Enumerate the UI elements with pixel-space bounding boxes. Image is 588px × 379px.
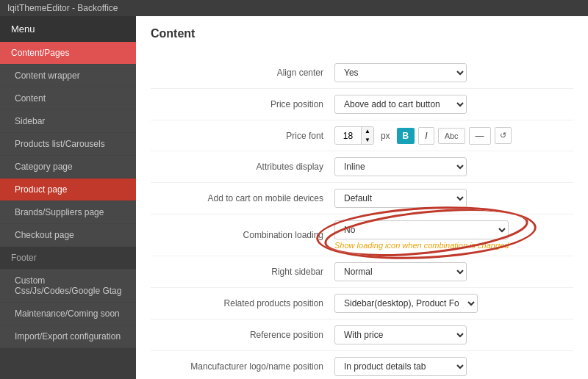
title-text: IqitThemeEditor - Backoffice: [7, 3, 118, 13]
field-right-sidebar: Right sidebar Normal Fixed: [151, 256, 573, 288]
control-attributes-display: Inline Block: [334, 157, 573, 176]
sidebar-item-product-page[interactable]: Product page: [0, 178, 136, 201]
sidebar-item-checkout-page[interactable]: Checkout page: [0, 224, 136, 247]
field-align-center: Align center Yes No: [151, 57, 573, 89]
label-price-position: Price position: [151, 99, 334, 109]
label-price-font: Price font: [151, 131, 334, 141]
field-manufacturer-logo: Mancufacturer logo/name position In prod…: [151, 351, 573, 379]
label-related-products: Related products position: [151, 298, 334, 308]
font-bold-button[interactable]: B: [397, 128, 415, 144]
control-manufacturer-logo: In product details tab Above tabs: [334, 357, 573, 376]
title-bar: IqitThemeEditor - Backoffice: [0, 0, 588, 16]
control-reference-position: With price Below title: [334, 325, 573, 344]
control-related-products: Sidebar(desktop), Product Fo: [334, 294, 573, 313]
sidebar-item-import-export[interactable]: Import/Export configuration: [0, 325, 136, 348]
font-unit: px: [381, 131, 390, 141]
content-area: Content Align center Yes No Price positi…: [136, 16, 588, 379]
sidebar-item-content-pages[interactable]: Content/Pages: [0, 42, 136, 65]
label-right-sidebar: Right sidebar: [151, 267, 334, 277]
label-combination-loading: Combination loading: [151, 230, 334, 240]
font-dash-button[interactable]: —: [469, 127, 491, 145]
select-price-position[interactable]: Above add to cart button Below add to ca…: [334, 95, 467, 114]
select-manufacturer-logo[interactable]: In product details tab Above tabs: [334, 357, 467, 376]
font-size-up[interactable]: ▲: [362, 127, 373, 136]
sidebar: Menu Content/Pages Content wrapper Conte…: [0, 16, 136, 379]
sidebar-item-products-list[interactable]: Products list/Carousels: [0, 133, 136, 156]
sidebar-item-sidebar[interactable]: Sidebar: [0, 110, 136, 133]
sidebar-item-maintenance[interactable]: Maintenance/Coming soon: [0, 303, 136, 325]
sidebar-menu-header: Menu: [0, 16, 136, 42]
field-related-products: Related products position Sidebar(deskto…: [151, 288, 573, 320]
sidebar-item-content-wrapper[interactable]: Content wrapper: [0, 65, 136, 87]
label-attributes-display: Attributes display: [151, 162, 334, 172]
select-attributes-display[interactable]: Inline Block: [334, 157, 467, 176]
price-font-controls: ▲ ▼ px B I Abc — ↺: [334, 126, 512, 145]
sidebar-item-category-page[interactable]: Category page: [0, 156, 136, 178]
select-add-to-cart-mobile[interactable]: Default Fixed: [334, 189, 467, 208]
sidebar-item-content[interactable]: Content: [0, 87, 136, 110]
select-align-center[interactable]: Yes No: [334, 63, 467, 82]
font-abc-button[interactable]: Abc: [438, 128, 465, 144]
field-reference-position: Reference position With price Below titl…: [151, 320, 573, 351]
label-add-to-cart-mobile: Add to cart on mobile devices: [151, 193, 334, 203]
label-reference-position: Reference position: [151, 330, 334, 340]
field-price-position: Price position Above add to cart button …: [151, 89, 573, 120]
content-title: Content: [151, 27, 573, 46]
font-size-down[interactable]: ▼: [362, 136, 373, 145]
control-right-sidebar: Normal Fixed: [334, 262, 573, 281]
select-related-products[interactable]: Sidebar(desktop), Product Fo: [334, 294, 478, 313]
field-add-to-cart-mobile: Add to cart on mobile devices Default Fi…: [151, 183, 573, 214]
font-size-spinners: ▲ ▼: [361, 127, 373, 144]
control-price-position: Above add to cart button Below add to ca…: [334, 95, 573, 114]
sidebar-footer-header: Footer: [0, 247, 136, 270]
label-manufacturer-logo: Mancufacturer logo/name position: [151, 361, 334, 372]
select-reference-position[interactable]: With price Below title: [334, 325, 467, 344]
combination-hint: Show loading icon when combination is ch…: [334, 241, 509, 250]
control-combination-loading: No Yes Show loading icon when combinatio…: [334, 220, 573, 250]
label-align-center: Align center: [151, 68, 334, 78]
select-right-sidebar[interactable]: Normal Fixed: [334, 262, 467, 281]
combination-wrapper: No Yes Show loading icon when combinatio…: [334, 220, 509, 250]
field-price-font: Price font ▲ ▼ px B I Abc — ↺: [151, 120, 573, 151]
control-align-center: Yes No: [334, 63, 573, 82]
font-size-input: ▲ ▼: [334, 126, 374, 145]
control-price-font: ▲ ▼ px B I Abc — ↺: [334, 126, 573, 145]
font-italic-button[interactable]: I: [418, 127, 434, 145]
control-add-to-cart-mobile: Default Fixed: [334, 189, 573, 208]
sidebar-item-custom-css[interactable]: Custom Css/Js/Codes/Google Gtag: [0, 270, 136, 303]
sidebar-item-brands-suppliers[interactable]: Brands/Suppliers page: [0, 201, 136, 224]
field-attributes-display: Attributes display Inline Block: [151, 151, 573, 183]
font-size-field[interactable]: [335, 128, 361, 144]
select-combination-loading[interactable]: No Yes: [334, 220, 509, 239]
font-reload-button[interactable]: ↺: [495, 127, 512, 144]
field-combination-loading: Combination loading No Yes Show loading …: [151, 214, 573, 256]
